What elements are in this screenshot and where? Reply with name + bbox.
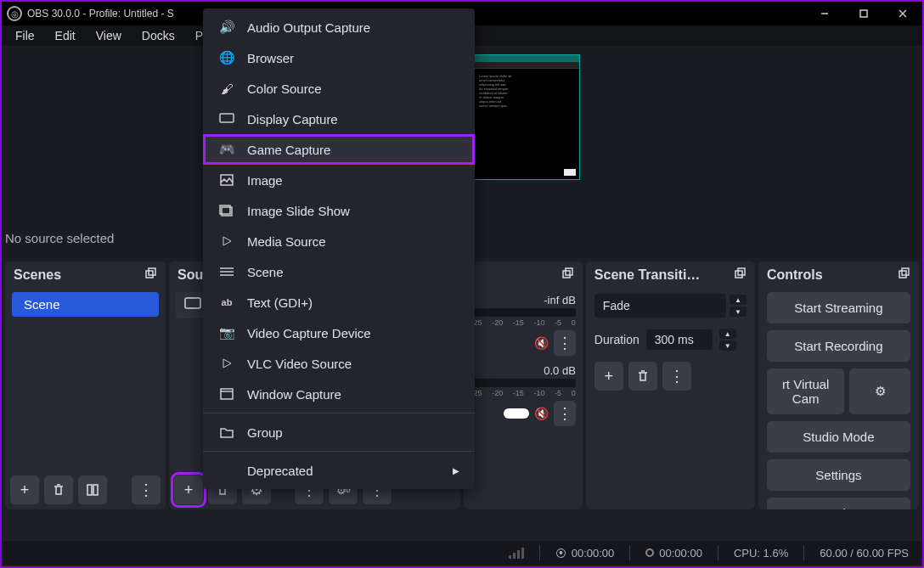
scenes-panel: Scenes Scene + ⋮ xyxy=(5,262,166,509)
duration-value[interactable]: 300 ms xyxy=(646,329,713,350)
svg-rect-7 xyxy=(93,485,98,495)
dd-game-capture[interactable]: 🎮Game Capture xyxy=(203,134,475,165)
menu-view[interactable]: View xyxy=(86,27,132,44)
mute-icon[interactable]: 🔇 xyxy=(534,407,549,420)
dd-group[interactable]: Group xyxy=(203,417,475,447)
svg-rect-17 xyxy=(220,114,234,122)
audio-db-label: 0.0 dB xyxy=(470,363,575,379)
remove-scene-button[interactable] xyxy=(44,475,73,504)
svg-rect-1 xyxy=(860,10,867,17)
globe-icon: 🌐 xyxy=(218,49,235,66)
no-source-label: No source selected xyxy=(5,231,114,245)
close-button[interactable] xyxy=(883,2,922,25)
dd-scene[interactable]: Scene xyxy=(203,256,475,287)
folder-icon xyxy=(218,424,235,441)
add-scene-button[interactable]: + xyxy=(10,475,39,504)
scene-icon xyxy=(218,263,235,280)
dd-deprecated[interactable]: Deprecated▶ xyxy=(203,455,475,486)
scene-filter-button[interactable] xyxy=(78,475,107,504)
brush-icon: 🖌 xyxy=(218,80,235,97)
svg-rect-6 xyxy=(87,485,92,495)
duration-label: Duration xyxy=(594,333,639,346)
dd-window-capture[interactable]: Window Capture xyxy=(203,379,475,409)
stream-time: 00:00:00 xyxy=(572,547,615,560)
popout-icon[interactable] xyxy=(733,267,747,284)
dd-media-source[interactable]: Media Source xyxy=(203,226,475,256)
add-source-button[interactable]: + xyxy=(174,475,203,504)
menu-edit[interactable]: Edit xyxy=(45,27,86,44)
add-source-dropdown: 🔊Audio Output Capture 🌐Browser 🖌Color So… xyxy=(203,8,475,489)
popout-icon[interactable] xyxy=(561,267,574,284)
svg-rect-11 xyxy=(563,271,570,278)
audio-more-button[interactable]: ⋮ xyxy=(554,330,576,356)
fps-label: 60.00 / 60.00 FPS xyxy=(820,547,909,560)
record-dot-icon xyxy=(645,548,654,557)
menu-file[interactable]: File xyxy=(5,27,45,44)
virtual-cam-button[interactable]: rt Virtual Cam xyxy=(767,368,845,414)
camera-icon: 📷 xyxy=(218,324,235,341)
audio-channel-2: 0.0 dB -25-20-15-10-50 🔇 ⋮ xyxy=(470,363,575,426)
studio-mode-button[interactable]: Studio Mode xyxy=(767,421,910,453)
obs-logo-icon: ◎ xyxy=(7,6,22,21)
svg-rect-15 xyxy=(899,271,906,278)
gamepad-icon: 🎮 xyxy=(218,141,235,158)
dd-audio-output-capture[interactable]: 🔊Audio Output Capture xyxy=(203,12,475,42)
statusbar: ⦿00:00:00 00:00:00 CPU: 1.6% 60.00 / 60.… xyxy=(3,541,921,565)
preview-source-thumbnail[interactable]: Lorem ipsum dolor sitamet consecteturadi… xyxy=(473,54,580,180)
svg-rect-10 xyxy=(185,298,200,308)
minimize-button[interactable] xyxy=(805,2,844,25)
slideshow-icon xyxy=(218,202,235,219)
dd-vlc-video-source[interactable]: VLC Video Source xyxy=(203,348,475,379)
dd-color-source[interactable]: 🖌Color Source xyxy=(203,73,475,104)
image-icon xyxy=(218,172,235,188)
scene-item[interactable]: Scene xyxy=(12,292,159,317)
audio-more-button[interactable]: ⋮ xyxy=(554,401,576,426)
dd-image[interactable]: Image xyxy=(203,165,475,195)
popout-icon[interactable] xyxy=(144,267,157,284)
play-icon xyxy=(218,355,235,372)
scene-more-button[interactable]: ⋮ xyxy=(132,475,161,504)
transition-more-button[interactable]: ⋮ xyxy=(662,362,691,391)
transitions-title: Scene Transiti… xyxy=(594,267,701,283)
svg-rect-16 xyxy=(902,268,909,275)
chevron-right-icon: ▶ xyxy=(453,466,459,475)
dd-image-slideshow[interactable]: Image Slide Show xyxy=(203,195,475,226)
transition-spinner[interactable]: ▲▼ xyxy=(730,294,747,318)
svg-rect-12 xyxy=(566,268,572,275)
slider-knob[interactable] xyxy=(504,408,529,419)
mute-icon[interactable]: 🔇 xyxy=(534,336,549,350)
speaker-icon: 🔊 xyxy=(218,19,235,36)
transition-select[interactable]: Fade xyxy=(594,294,726,318)
remove-transition-button[interactable] xyxy=(628,362,657,391)
broadcast-icon: ⦿ xyxy=(555,547,566,560)
audio-meter xyxy=(470,308,575,317)
play-icon xyxy=(218,233,235,250)
svg-rect-14 xyxy=(738,268,745,275)
cpu-label: CPU: 1.6% xyxy=(734,547,788,560)
virtual-cam-settings-button[interactable]: ⚙ xyxy=(849,368,910,414)
dd-text-gdi[interactable]: abText (GDI+) xyxy=(203,287,475,318)
start-recording-button[interactable]: Start Recording xyxy=(767,330,910,362)
audio-meter xyxy=(470,379,575,387)
dd-video-capture-device[interactable]: 📷Video Capture Device xyxy=(203,318,475,348)
popout-icon[interactable] xyxy=(897,267,910,284)
audio-db-label: -inf dB xyxy=(470,292,575,308)
settings-button[interactable]: Settings xyxy=(767,459,910,491)
audio-channel-1: -inf dB -25-20-15-10-50 🔇 ⋮ xyxy=(470,292,575,356)
record-time: 00:00:00 xyxy=(659,547,702,560)
maximize-button[interactable] xyxy=(844,2,883,25)
audio-mixer-panel: -inf dB -25-20-15-10-50 🔇 ⋮ 0.0 dB -25-2… xyxy=(464,262,582,509)
network-bars-icon xyxy=(509,547,524,559)
dd-display-capture[interactable]: Display Capture xyxy=(203,104,475,134)
controls-title: Controls xyxy=(767,267,823,283)
start-streaming-button[interactable]: Start Streaming xyxy=(767,292,910,323)
duration-spinner[interactable]: ▲▼ xyxy=(719,328,736,351)
dd-browser[interactable]: 🌐Browser xyxy=(203,42,475,73)
add-transition-button[interactable]: + xyxy=(594,362,623,391)
menu-docks[interactable]: Docks xyxy=(132,27,185,44)
scenes-toolbar: + ⋮ xyxy=(5,470,166,509)
window-icon xyxy=(218,385,235,402)
svg-rect-13 xyxy=(735,271,742,278)
svg-rect-5 xyxy=(149,268,155,275)
exit-button[interactable]: Exit xyxy=(767,498,910,509)
